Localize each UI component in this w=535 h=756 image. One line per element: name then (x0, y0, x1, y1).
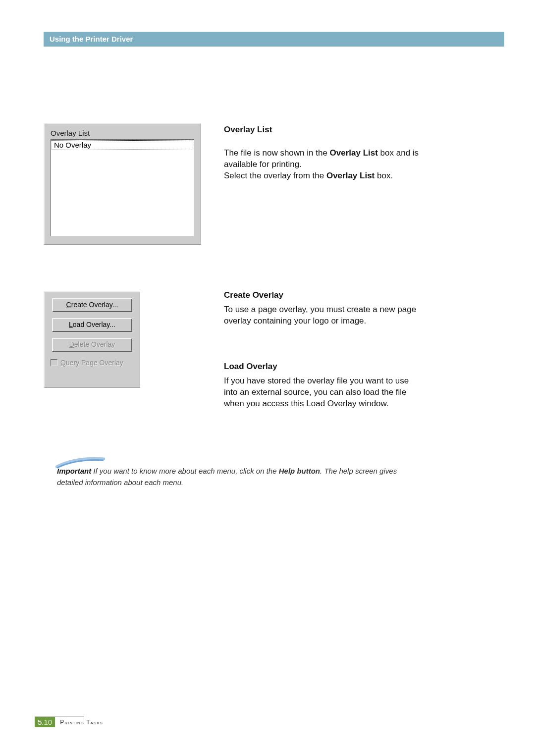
overlay-list-box[interactable]: No Overlay (51, 139, 194, 236)
page-chapter: 5. (38, 718, 44, 726)
page-footer: 5.10 Printing Tasks (35, 717, 103, 727)
heading-load-overlay: Load Overlay (224, 362, 420, 372)
load-overlay-button[interactable]: Load Overlay... (52, 318, 132, 332)
overlay-list-panel: Overlay List No Overlay (44, 123, 201, 245)
query-page-overlay-checkbox-row: Query Page Overlay (51, 359, 140, 367)
create-overlay-label: reate Overlay... (71, 301, 118, 309)
query-page-overlay-label: uery Page Overlay (66, 359, 123, 367)
chapter-header-bar: Using the Printer Driver (44, 32, 504, 47)
heading-overlay-list: Overlay List (224, 125, 420, 135)
paragraph-load-overlay: If you have stored the overlay file you … (224, 376, 420, 410)
footer-section-label: Printing Tasks (60, 719, 103, 726)
paragraph-overlay-list: The file is now shown in the Overlay Lis… (224, 148, 420, 182)
delete-overlay-button: Delete Overlay (52, 338, 132, 352)
paragraph-create-overlay: To use a page overlay, you must create a… (224, 304, 420, 327)
load-overlay-label: oad Overlay... (73, 321, 115, 328)
heading-create-overlay: Create Overlay (224, 290, 420, 300)
important-text-a: If you want to know more about each menu… (91, 467, 279, 475)
page-num: 10 (44, 718, 53, 726)
create-overlay-button[interactable]: Create Overlay... (52, 298, 132, 312)
footer-rule (35, 716, 84, 716)
page-number-badge: 5.10 (35, 717, 55, 727)
overlay-list-label: Overlay List (51, 129, 195, 137)
checkbox-icon (51, 359, 57, 366)
chapter-header-text: Using the Printer Driver (50, 35, 133, 43)
list-item[interactable]: No Overlay (52, 140, 193, 150)
important-note: Important If you want to know more about… (57, 466, 419, 488)
help-button-text: Help button (279, 467, 320, 475)
delete-overlay-label: elete Overlay (74, 340, 115, 348)
overlay-buttons-panel: Create Overlay... Load Overlay... Delete… (44, 291, 140, 388)
important-lead: Important (57, 467, 91, 475)
